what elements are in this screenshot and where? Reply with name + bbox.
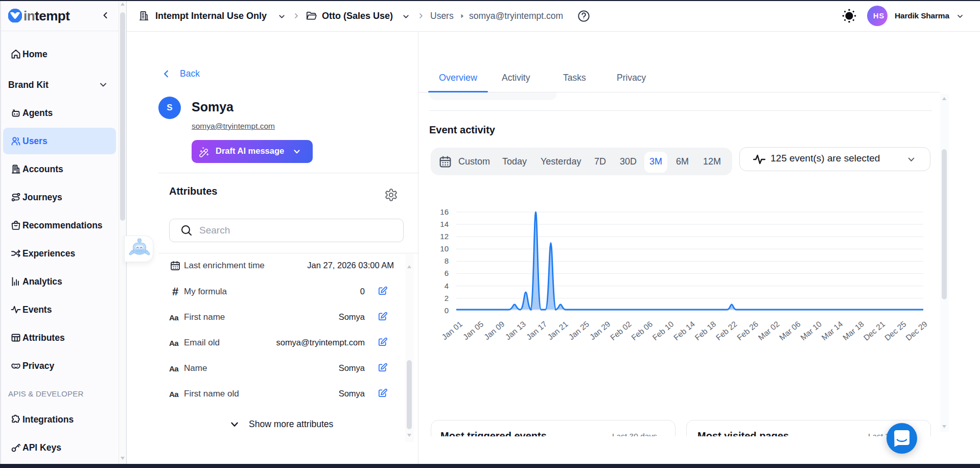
svg-text:Feb 02: Feb 02 (609, 319, 633, 342)
svg-text:Mar 06: Mar 06 (778, 319, 802, 342)
svg-text:10: 10 (440, 244, 449, 253)
svg-text:Mar 18: Mar 18 (841, 319, 866, 342)
svg-text:14: 14 (440, 220, 449, 228)
svg-text:Dec 29: Dec 29 (904, 319, 929, 342)
svg-text:Dec 25: Dec 25 (883, 319, 908, 342)
svg-text:Feb 18: Feb 18 (693, 319, 717, 342)
svg-text:16: 16 (440, 207, 449, 216)
svg-text:2: 2 (445, 294, 449, 302)
svg-text:Mar 02: Mar 02 (757, 319, 781, 342)
svg-text:Feb 06: Feb 06 (629, 319, 654, 342)
svg-text:Jan 29: Jan 29 (588, 319, 612, 341)
svg-text:Jan 09: Jan 09 (482, 319, 506, 341)
svg-text:Feb 22: Feb 22 (714, 319, 739, 342)
svg-text:Jan 01: Jan 01 (440, 319, 464, 341)
svg-text:Jan 21: Jan 21 (546, 319, 570, 341)
svg-text:Jan 05: Jan 05 (461, 319, 485, 341)
svg-text:Feb 26: Feb 26 (735, 319, 760, 342)
svg-text:6: 6 (445, 269, 449, 277)
svg-text:4: 4 (445, 282, 449, 290)
svg-text:Mar 14: Mar 14 (820, 319, 845, 342)
svg-text:Jan 17: Jan 17 (525, 319, 549, 341)
svg-text:0: 0 (445, 306, 449, 315)
svg-text:Jan 25: Jan 25 (567, 319, 591, 341)
svg-text:Dec 21: Dec 21 (862, 319, 887, 342)
svg-text:Feb 10: Feb 10 (651, 319, 675, 342)
svg-text:Mar 10: Mar 10 (799, 319, 823, 342)
svg-text:12: 12 (440, 232, 449, 241)
svg-text:Feb 14: Feb 14 (672, 319, 696, 342)
svg-text:8: 8 (445, 256, 449, 265)
svg-text:Jan 13: Jan 13 (503, 319, 527, 341)
